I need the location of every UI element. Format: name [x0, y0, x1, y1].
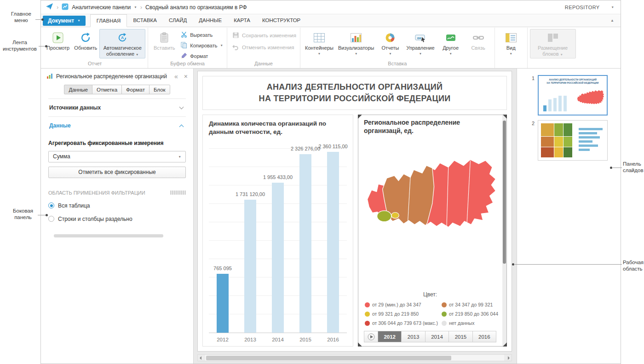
repository-caret-icon[interactable]: ▼	[611, 6, 614, 9]
dashboard-sheet[interactable]: АНАЛИЗ ДЕЯТЕЛЬНОСТИ ОРГАНИЗАЦИЙ НА ТЕРРИ…	[197, 71, 512, 352]
annotation-sidebar: Боковая панель	[8, 208, 38, 221]
ribbon-tab-КОНСТРУКТОР[interactable]: КОНСТРУКТОР	[256, 14, 306, 27]
auto-refresh-button[interactable]: A Автоматическое обновление ▼	[99, 29, 145, 58]
sidebar-tab-Формат[interactable]: Формат	[121, 85, 150, 94]
close-panel-icon[interactable]: ×	[184, 73, 188, 80]
map-region-south[interactable]	[377, 211, 391, 222]
undo-changes-button[interactable]: Отменить изменения	[231, 42, 298, 52]
mini-hbar	[579, 132, 597, 134]
slide-thumbnail-1[interactable]: АНАЛИЗ ДЕЯТЕЛЬНОСТИ ОРГАНИЗАЦИЙ НА ТЕРРИ…	[538, 75, 608, 116]
layout-blocks-button[interactable]: Размещение блоков ▼	[530, 29, 576, 58]
home-icon[interactable]	[46, 3, 53, 12]
ribbon-tab-КАРТА[interactable]: КАРТА	[228, 14, 256, 27]
link-button[interactable]: Связь	[465, 29, 492, 58]
radio-rows-cols[interactable]: Строки и столбцы раздельно	[48, 216, 186, 222]
save-changes-button[interactable]: Сохранить изменения	[231, 30, 298, 40]
breadcrumb-root[interactable]: Аналитические панели	[72, 4, 131, 11]
scrollbar-thumb[interactable]	[206, 356, 451, 360]
reports-button[interactable]: Отчеты ▼	[376, 29, 404, 58]
copy-button[interactable]: Копировать ▼	[179, 41, 224, 50]
breadcrumb-current[interactable]: Сводный анализ по организациям в РФ	[145, 4, 247, 11]
containers-label: Контейнеры	[305, 45, 334, 51]
ribbon-tab-ДАННЫЕ[interactable]: ДАННЫЕ	[193, 14, 228, 27]
reports-label: Отчеты	[381, 45, 399, 51]
other-button[interactable]: Другое ▼	[437, 29, 465, 58]
sidebar-scrollbar[interactable]	[54, 234, 163, 237]
selection-handle-bottom-left[interactable]	[358, 342, 362, 347]
ribbon-tab-ГЛАВНАЯ[interactable]: ГЛАВНАЯ	[90, 14, 127, 27]
scroll-right-arrow[interactable]	[504, 355, 512, 361]
sidebar-tab-Отметка[interactable]: Отметка	[92, 85, 122, 94]
slide-item-1[interactable]: 1 АНАЛИЗ ДЕЯТЕЛЬНОСТИ ОРГАНИЗАЦИЙ НА ТЕР…	[522, 75, 608, 116]
russia-map[interactable]	[364, 149, 499, 246]
cut-button[interactable]: Вырезать	[179, 30, 224, 39]
section-data[interactable]: Данные	[48, 116, 186, 134]
year-button-2013[interactable]: 2013	[402, 331, 425, 342]
ribbon-tab-СЛАЙД[interactable]: СЛАЙД	[163, 14, 193, 27]
visualizers-button[interactable]: Визуализаторы ▼	[336, 29, 376, 58]
map-region-south-small[interactable]	[391, 213, 399, 219]
slide-number: 1	[532, 75, 535, 116]
slide-item-2[interactable]: 2	[522, 120, 608, 161]
bar-value-label: 1 955 433,00	[257, 174, 299, 180]
preview-icon	[52, 31, 63, 44]
radio-whole-table-label: Вся таблица	[58, 202, 90, 209]
horizontal-scrollbar[interactable]	[197, 354, 512, 361]
controls-button[interactable]: ок Управление ▼	[404, 29, 437, 58]
bar-2013[interactable]	[244, 200, 256, 333]
selection-handle-top-left[interactable]	[358, 115, 362, 119]
selection-handle-bottom-right[interactable]	[503, 342, 507, 347]
preview-button[interactable]: Просмотр	[44, 29, 72, 58]
map-scrollbar-thumb[interactable]	[503, 121, 506, 264]
map-vertical-scrollbar[interactable]	[502, 115, 506, 346]
scroll-left-arrow[interactable]	[198, 355, 205, 361]
dropdown-caret-icon: ▼	[136, 53, 138, 56]
treemap-cell	[564, 137, 572, 147]
aggregation-select[interactable]: Сумма ▼	[48, 151, 186, 162]
paste-button[interactable]: Вставить	[150, 29, 178, 58]
block-chart-icon	[46, 73, 53, 81]
annotation-workarea: Рабочая область	[623, 260, 644, 272]
mini-hbar	[579, 128, 603, 130]
section-data-sources[interactable]: Источники данных	[48, 98, 186, 116]
app-window: › Аналитические панели ▼ › Сводный анали…	[40, 0, 621, 364]
slide-thumbnail-2[interactable]	[538, 120, 608, 161]
collapse-panel-icon[interactable]: «	[174, 73, 178, 80]
refresh-button[interactable]: Обновить	[72, 29, 99, 58]
resize-grip[interactable]	[170, 191, 186, 195]
bar-value-label: 2 360 115,00	[312, 144, 354, 149]
slide2-treemap	[541, 123, 572, 157]
treemap-cell	[541, 137, 554, 147]
containers-button[interactable]: Контейнеры ▼	[303, 29, 336, 58]
radio-whole-table[interactable]: Вся таблица	[48, 202, 186, 209]
bar-2016[interactable]	[327, 152, 339, 333]
format-button[interactable]: Формат	[179, 52, 224, 60]
ribbon-tab-ВСТАВКА[interactable]: ВСТАВКА	[127, 14, 163, 27]
document-menu-label: Документ	[48, 17, 74, 24]
repository-label[interactable]: REPOSITORY	[565, 5, 600, 10]
bar-chart-block[interactable]: Динамика количества организаций по данны…	[202, 115, 353, 347]
mark-all-fixed-button[interactable]: Отметить все фиксированные	[48, 167, 186, 178]
bar-2014[interactable]	[272, 183, 284, 333]
save-changes-label: Сохранить изменения	[242, 33, 296, 38]
breadcrumb-caret-icon[interactable]: ▼	[134, 6, 137, 9]
scrollbar-track[interactable]	[205, 355, 504, 361]
bar-2015[interactable]	[299, 154, 311, 333]
dropdown-caret-icon: ▼	[389, 52, 391, 56]
collapse-ribbon-button[interactable]: ▲	[610, 18, 614, 23]
slides-panel: 1 АНАЛИЗ ДЕЯТЕЛЬНОСТИ ОРГАНИЗАЦИЙ НА ТЕР…	[517, 69, 621, 364]
dashboard-title-block[interactable]: АНАЛИЗ ДЕЯТЕЛЬНОСТИ ОРГАНИЗАЦИЙ НА ТЕРРИ…	[202, 76, 507, 110]
play-button[interactable]	[364, 331, 378, 342]
map-block[interactable]: Региональное распределение организацй, е…	[358, 115, 507, 347]
year-button-2016[interactable]: 2016	[473, 331, 496, 342]
sidebar-tab-Блок[interactable]: Блок	[149, 85, 170, 94]
year-button-2012[interactable]: 2012	[378, 331, 402, 342]
sidebar-tab-Данные[interactable]: Данные	[64, 85, 92, 94]
view-button[interactable]: Вид ▼	[497, 29, 525, 58]
year-button-2014[interactable]: 2014	[426, 331, 449, 342]
bar-2012[interactable]	[217, 274, 229, 333]
year-button-2015[interactable]: 2015	[449, 331, 472, 342]
document-menu-button[interactable]: Документ ▼	[43, 16, 86, 26]
x-axis-label: 2012	[209, 337, 236, 342]
selection-handle-top-right[interactable]	[503, 115, 507, 119]
